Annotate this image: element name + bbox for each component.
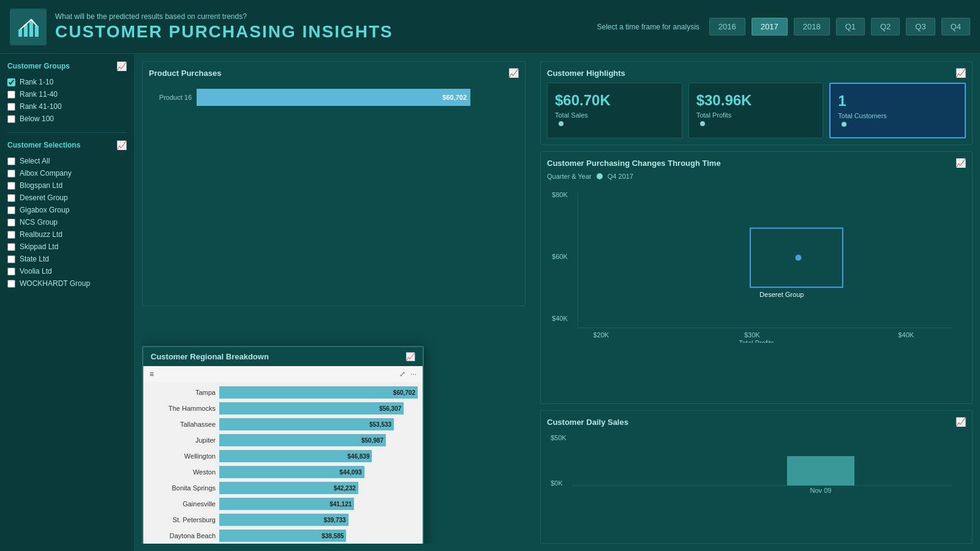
selection-checkbox[interactable] [7,182,15,190]
groups-checkbox[interactable] [7,103,15,111]
selection-checkbox-item[interactable]: State Ltd [7,253,127,265]
svg-text:$80K: $80K [552,191,568,198]
selection-checkbox[interactable] [7,231,15,239]
header-right: Select a time frame for analysis 2016 20… [597,18,970,36]
customer-highlights-panel: Customer Highlights 📈 $60.70KTotal Sales… [540,61,973,145]
groups-checkbox-item[interactable]: Below 100 [7,113,127,125]
regional-bar-track: $60,702 [219,386,418,399]
q4-btn[interactable]: Q4 [941,18,970,36]
regional-bar-track: $46,839 [219,450,418,462]
selection-checkbox-item[interactable]: Select All [7,155,127,167]
selection-checkbox[interactable] [7,194,15,202]
regional-bar-fill: $53,533 [219,418,394,430]
regional-row: Daytona Beach$38,585 [143,528,423,544]
groups-checkbox[interactable] [7,91,15,99]
year-2016-btn[interactable]: 2016 [709,18,745,36]
selection-checkbox[interactable] [7,157,15,165]
regional-bar-fill: $60,702 [219,386,418,399]
svg-text:$30K: $30K [744,331,760,339]
selection-checkbox-item[interactable]: Skippad Ltd [7,241,127,253]
right-panel: Customer Highlights 📈 $60.70KTotal Sales… [533,54,980,551]
regional-bar-track: $38,585 [219,530,418,542]
highlight-value: 1 [838,92,957,110]
selection-checkbox-item[interactable]: Deseret Group [7,192,127,204]
expand-icon[interactable]: ⤢ [399,370,405,378]
selection-checkbox[interactable] [7,243,15,251]
regional-row: The Hammocks$56,307 [143,400,423,416]
selection-checkbox-label: Gigabox Group [20,206,69,214]
hamburger-icon[interactable]: ≡ [149,370,154,378]
timeframe-label: Select a time frame for analysis [597,23,699,31]
q1-btn[interactable]: Q1 [836,18,865,36]
regional-city-label: Tampa [148,389,216,396]
regional-bar-fill: $50,987 [219,434,386,446]
highlight-label: Total Profits [696,111,816,119]
selection-checkbox-item[interactable]: Realbuzz Ltd [7,228,127,241]
groups-checkbox[interactable] [7,115,15,123]
daily-sales-icon: 📈 [956,417,966,427]
selections-section-title: Customer Selections 📈 [7,140,127,150]
year-2017-btn[interactable]: 2017 [752,18,788,36]
selection-checkbox[interactable] [7,170,15,178]
svg-text:$40K: $40K [552,315,568,322]
highlight-value: $30.96K [696,92,816,109]
regional-breakdown-panel: Customer Regional Breakdown 📈 ≡ ⤢ ··· Ta… [142,346,424,544]
quarter-info: Quarter & Year Q4 2017 [547,173,966,180]
product-bar-row: Product 16 $60,702 [149,89,519,106]
selection-checkbox-label: Select All [20,157,50,165]
regional-bar-fill: $41,121 [219,498,354,510]
highlight-card[interactable]: 1Total Customers [829,83,966,138]
selection-checkbox-item[interactable]: WOCKHARDT Group [7,277,127,290]
regional-city-label: Daytona Beach [148,532,216,539]
q3-btn[interactable]: Q3 [906,18,935,36]
svg-rect-0 [18,29,22,37]
selection-checkbox-item[interactable]: Blogspan Ltd [7,179,127,192]
groups-checkbox-item[interactable]: Rank 1-10 [7,76,127,88]
svg-rect-2 [29,20,33,37]
selection-checkbox-label: Realbuzz Ltd [20,230,62,239]
regional-chart-icon: 📈 [405,352,415,361]
selection-checkbox-label: Voolia Ltd [20,267,52,276]
header-title: CUSTOMER PURCHASING INSIGHTS [55,22,393,42]
regional-bar-track: $41,121 [219,498,418,510]
highlight-label: Total Sales [555,111,674,119]
selection-checkbox[interactable] [7,206,15,214]
selection-checkbox[interactable] [7,268,15,276]
daily-sales-title: Customer Daily Sales 📈 [547,417,966,427]
sidebar: Customer Groups 📈 Rank 1-10Rank 11-40Ran… [0,54,135,551]
selections-list: Select AllAibox CompanyBlogspan LtdDeser… [7,155,127,290]
regional-header-icons: ⤢ ··· [399,370,417,378]
regional-city-label: Wellington [148,452,216,460]
regional-row: Weston$44,093 [143,464,423,480]
selection-checkbox-label: Deseret Group [20,193,68,202]
selection-checkbox-item[interactable]: Aibox Company [7,167,127,179]
selection-checkbox[interactable] [7,280,15,288]
svg-point-18 [795,255,801,261]
groups-checkbox-item[interactable]: Rank 11-40 [7,88,127,100]
svg-rect-3 [35,26,39,37]
product-bar-track: $60,702 [197,89,519,106]
daily-sales-svg: $50K $0K Nov 09 [547,432,966,493]
highlights-chart-icon: 📈 [956,68,966,78]
highlight-card[interactable]: $60.70KTotal Sales [547,83,682,138]
regional-row: Jupiter$50,987 [143,432,423,448]
selection-checkbox[interactable] [7,255,15,263]
regional-bar-track: $42,232 [219,482,418,494]
selection-checkbox-item[interactable]: Gigabox Group [7,204,127,216]
q2-btn[interactable]: Q2 [871,18,900,36]
selections-chart-icon: 📈 [116,140,127,150]
svg-text:$0K: $0K [551,479,563,487]
groups-checkbox[interactable] [7,78,15,86]
more-icon[interactable]: ··· [410,370,417,378]
regional-row: Gainesville$41,121 [143,496,423,512]
selection-checkbox[interactable] [7,219,15,227]
regional-body: Tampa$60,702The Hammocks$56,307Tallahass… [143,382,423,544]
regional-bar-fill: $42,232 [219,482,358,494]
year-2018-btn[interactable]: 2018 [794,18,830,36]
svg-text:$50K: $50K [551,434,567,441]
selection-checkbox-item[interactable]: NCS Group [7,216,127,228]
selection-checkbox-item[interactable]: Voolia Ltd [7,265,127,277]
regional-row: Wellington$46,839 [143,448,423,464]
groups-checkbox-item[interactable]: Rank 41-100 [7,100,127,113]
highlight-card[interactable]: $30.96KTotal Profits [688,83,824,138]
